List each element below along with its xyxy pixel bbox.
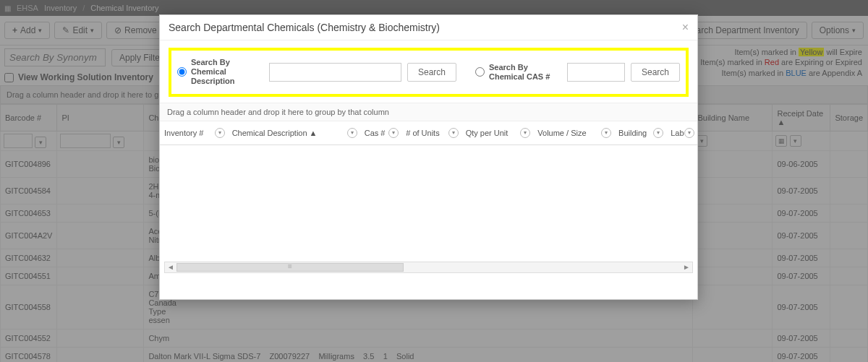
close-icon[interactable]: × bbox=[682, 21, 689, 34]
results-grid: Inventory #▾ Chemical Description ▲▾ Cas… bbox=[160, 121, 697, 145]
filter-icon[interactable]: ▾ bbox=[215, 128, 225, 138]
col-qty[interactable]: Qty per Unit▾ bbox=[461, 121, 534, 145]
modal-group-bar[interactable]: Drag a column header and drop it here to… bbox=[160, 103, 697, 121]
filter-icon[interactable]: ▾ bbox=[448, 128, 459, 138]
col-units[interactable]: # of Units▾ bbox=[401, 121, 461, 145]
col-building[interactable]: Building▾ bbox=[614, 121, 666, 145]
col-cas[interactable]: Cas #▾ bbox=[360, 121, 401, 145]
col-inventory-num[interactable]: Inventory #▾ bbox=[160, 121, 228, 145]
filter-icon[interactable]: ▾ bbox=[520, 128, 530, 138]
col-vol[interactable]: Volume / Size▾ bbox=[533, 121, 614, 145]
filter-icon[interactable]: ▾ bbox=[388, 128, 399, 138]
search-description-button[interactable]: Search bbox=[407, 63, 456, 82]
description-input[interactable] bbox=[269, 63, 401, 82]
filter-icon[interactable]: ▾ bbox=[684, 128, 694, 138]
search-by-description-label: Search By Chemical Description bbox=[191, 58, 263, 87]
horizontal-scrollbar[interactable]: ◄ ► bbox=[164, 262, 693, 273]
search-panel: Search By Chemical Description Search Se… bbox=[169, 48, 689, 97]
filter-icon[interactable]: ▾ bbox=[653, 128, 663, 138]
search-cas-button[interactable]: Search bbox=[631, 63, 680, 82]
filter-icon[interactable]: ▾ bbox=[347, 128, 357, 138]
col-description[interactable]: Chemical Description ▲▾ bbox=[228, 121, 360, 145]
search-by-cas-label: Search By Chemical CAS # bbox=[489, 63, 561, 82]
scroll-left-icon[interactable]: ◄ bbox=[165, 263, 176, 271]
scroll-right-icon[interactable]: ► bbox=[681, 263, 692, 271]
modal-title: Search Departmental Chemicals (Chemistry… bbox=[169, 22, 440, 33]
search-by-cas-radio[interactable] bbox=[475, 67, 485, 77]
scroll-thumb[interactable] bbox=[176, 263, 404, 272]
filter-icon[interactable]: ▾ bbox=[601, 128, 611, 138]
search-by-description-radio[interactable] bbox=[177, 67, 187, 77]
search-chemicals-modal: Search Departmental Chemicals (Chemistry… bbox=[159, 14, 698, 300]
cas-input[interactable] bbox=[567, 63, 625, 82]
col-lab[interactable]: Lab▾ bbox=[666, 121, 697, 145]
